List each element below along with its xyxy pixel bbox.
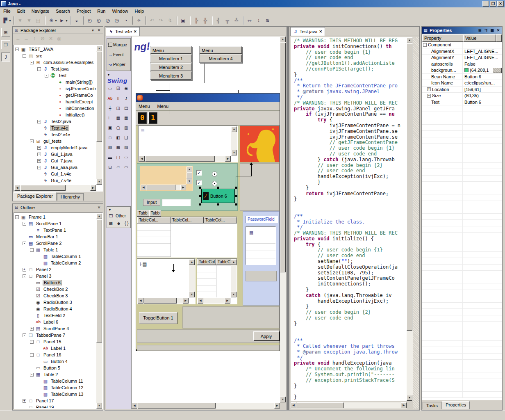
expander-icon[interactable]: +	[30, 327, 34, 331]
seven-segment-display[interactable]: 0	[138, 112, 147, 124]
palette-scrollbar-icon[interactable]: ◫	[115, 105, 122, 111]
link-with-editor-icon[interactable]: ✕	[47, 35, 55, 42]
property-row[interactable]: -Component	[422, 42, 502, 48]
tree-item-label[interactable]: Test2.v4e	[50, 132, 71, 137]
designed-frame[interactable]: MenuMenu 01 ≣ ▲ ▼ ◀ ▶	[136, 93, 280, 351]
tree-row[interactable]: ϟGui_1.v4e	[14, 171, 96, 177]
forward-icon[interactable]: →	[23, 35, 30, 42]
expander-icon[interactable]: -	[45, 74, 48, 78]
tree-row[interactable]: ϟTest.v4e	[14, 125, 96, 131]
expander-icon[interactable]: +	[23, 399, 26, 403]
tree-row[interactable]: -⊞gui_tests	[14, 138, 96, 144]
tree-item-label[interactable]: Button 5	[43, 365, 61, 370]
tree-item-label[interactable]: initConnection	[65, 106, 95, 111]
property-value[interactable]: Button 6	[464, 100, 481, 105]
java-editor-vscrollbar[interactable]: ▲ ▼	[407, 37, 413, 401]
close-tab-icon[interactable]: ✕	[319, 30, 322, 34]
design-menu-item[interactable]: MenuItem 1	[150, 55, 191, 62]
tree-row[interactable]: AbLabel 1	[14, 345, 96, 352]
scroll-left-icon[interactable]: ◀	[198, 298, 203, 304]
palette-panel-icon[interactable]: □	[107, 135, 114, 141]
tree-item-label[interactable]: Frame 1	[28, 215, 46, 219]
tree-row[interactable]: -▣TEST_JAVA	[14, 46, 96, 52]
tree-item-label[interactable]: CheckBox 2	[43, 287, 68, 292]
property-row[interactable]: TextButton 6	[422, 99, 502, 106]
tree-item-label[interactable]: TableColumn 11	[50, 379, 84, 383]
tree-item-label[interactable]: Test	[57, 73, 67, 78]
property-value[interactable]: LEFT_ALIGNE...	[464, 49, 498, 54]
match-height-icon[interactable]: ↕	[254, 16, 263, 25]
tree-row[interactable]: ▥TableColumn 1	[14, 253, 96, 260]
show-categories-icon[interactable]: ⊞	[477, 28, 483, 32]
tree-row[interactable]: -▦Table 1	[14, 247, 96, 253]
designed-tree-scrollpane[interactable]: ⊦▤ ▲ ▼ ◀ ▶	[137, 258, 196, 304]
palette-label-icon[interactable]: Ab	[107, 95, 114, 101]
tree-item-label[interactable]: Gui_7.v4e	[50, 178, 72, 183]
tree-item-label[interactable]: ivjJFrameConte	[65, 86, 96, 91]
align-right-icon[interactable]: ╣	[214, 16, 223, 25]
property-row[interactable]: Bean NameButton 6	[422, 74, 502, 80]
tree-row[interactable]: ▭Button 5	[14, 365, 96, 371]
scroll-down-icon[interactable]: ▼	[189, 292, 195, 297]
expander-icon[interactable]: -	[23, 333, 26, 337]
tree-item-label[interactable]: TextField 2	[43, 313, 66, 318]
package-explorer-vscrollbar[interactable]: ▲ ▼	[96, 46, 102, 185]
palette-internalframe-icon[interactable]: ▩	[115, 144, 122, 151]
tree-item-label[interactable]: gui_tests	[43, 139, 62, 144]
designed-button-6[interactable]: ⁄ Button 6	[201, 189, 235, 203]
tree-row[interactable]: +JGui_aaa.java	[14, 164, 96, 171]
property-column-header[interactable]: Property	[422, 34, 463, 42]
expander-icon[interactable]: -	[23, 222, 26, 226]
tree-item-label[interactable]: ScrollPane 1	[35, 221, 62, 226]
tree-item-label[interactable]: TabbedPane 7	[35, 333, 66, 338]
scroll-left-icon[interactable]: ◀	[138, 298, 143, 304]
search-icon[interactable]: ✧	[134, 16, 143, 25]
tree-item-label[interactable]: CheckBox 3	[43, 293, 68, 298]
scroll-right-icon[interactable]: ▶	[90, 185, 96, 191]
tree-row[interactable]: -□Panel 15	[14, 338, 96, 345]
palette-progressbar-icon[interactable]: ▱	[115, 164, 122, 170]
tree-row[interactable]: ▥TableColumn 12	[14, 384, 96, 391]
tree-item-label[interactable]: Gui_aaa.java	[50, 165, 78, 170]
tree-item-label[interactable]: Button 4	[50, 359, 68, 364]
palette-password-icon[interactable]: ⚷	[123, 95, 130, 101]
tree-row[interactable]: ▫ivjJFrameConte	[14, 85, 96, 92]
scroll-up-icon[interactable]: ▲	[280, 37, 286, 42]
menu-title[interactable]: Menu	[200, 46, 242, 54]
tree-row[interactable]: □Panel 19	[14, 404, 96, 408]
palette-editorpane-icon[interactable]: ▧	[107, 144, 114, 151]
open-type-icon[interactable]: ◒	[72, 16, 81, 25]
tree-row[interactable]: ●main(String[])	[14, 79, 96, 85]
scroll-down-icon[interactable]: ▼	[280, 397, 286, 402]
view-tab-tasks[interactable]: Tasks	[423, 402, 441, 409]
designed-radiobutton-4[interactable]	[212, 181, 217, 186]
designed-toggle-button[interactable]: ToggelButton 1	[139, 312, 177, 324]
tab-test-java[interactable]: J Test.java ✕	[290, 27, 325, 36]
show-advanced-icon[interactable]: ⇉	[483, 28, 489, 32]
menu-navigate[interactable]: Navigate	[28, 8, 52, 14]
tree-item-label[interactable]: TableColumn 2	[50, 260, 82, 265]
tree-row[interactable]: -□Panel 3	[14, 273, 96, 279]
palette-table-icon[interactable]: ▦	[115, 115, 122, 121]
palette-choose-bean-icon[interactable]: ▩	[107, 220, 114, 226]
distribute-icon[interactable]: ≋	[263, 16, 272, 25]
tree-row[interactable]: ▥TableColumn 13	[14, 391, 96, 397]
expander-icon[interactable]: -	[423, 43, 427, 47]
tree-row[interactable]: ☑CheckBox 2	[14, 286, 96, 292]
tree-item-label[interactable]: Gui_1.v4e	[50, 171, 72, 176]
print-icon[interactable]: ▤	[34, 16, 43, 25]
run-java-applet-icon[interactable]: ◴	[85, 16, 94, 25]
back-icon[interactable]: ←	[14, 35, 22, 42]
scroll-up-icon[interactable]: ▲	[231, 126, 237, 132]
expander-icon[interactable]: -	[30, 248, 34, 252]
minimize-button[interactable]: _	[482, 1, 489, 7]
scroll-right-icon[interactable]: ▶	[225, 298, 230, 304]
designed-panel-bottom[interactable]	[182, 306, 280, 329]
tree-row[interactable]: -▣Frame 1	[14, 214, 96, 220]
design-canvas[interactable]: ng! Menu MenuItem 1MenuItem 2MenuItem 3 …	[132, 37, 280, 403]
image-label[interactable]	[240, 126, 280, 162]
tree-row[interactable]: ▪getJFrameCo	[14, 92, 96, 98]
tree-row[interactable]: -⊞com.assisi.v4e.examples	[14, 59, 96, 66]
tree-row[interactable]: ▥TableColumn 11	[14, 378, 96, 384]
run-external-icon[interactable]: ◔	[121, 16, 130, 25]
